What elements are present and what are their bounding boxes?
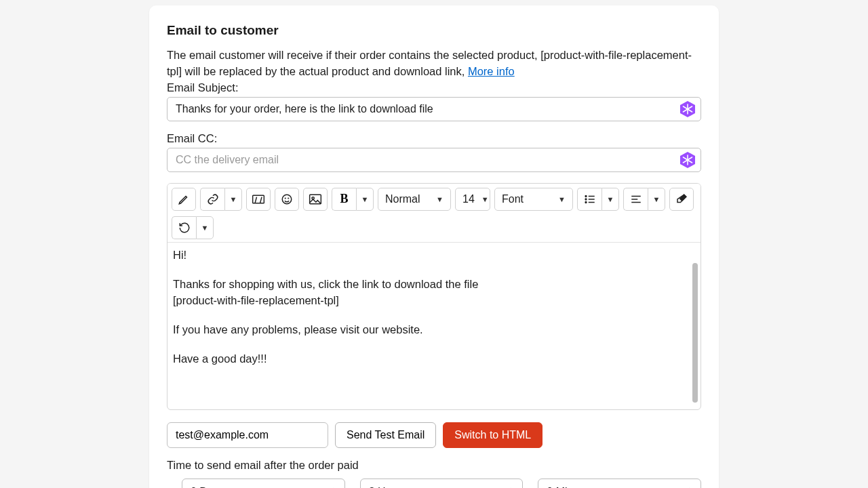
align-dropdown[interactable]: ▼ — [648, 188, 665, 211]
send-test-email-button[interactable]: Send Test Email — [335, 422, 436, 448]
bold-dropdown[interactable]: ▼ — [356, 188, 374, 211]
delay-minutes-select[interactable]: 0 Minutes ▲▼ — [538, 479, 701, 488]
svg-line-9 — [255, 197, 257, 203]
template-variable-icon[interactable] — [246, 188, 271, 211]
card-description: The email customer will receive if their… — [167, 47, 701, 80]
list-dropdown[interactable]: ▼ — [601, 188, 619, 211]
image-icon[interactable] — [303, 188, 328, 211]
svg-line-10 — [260, 197, 262, 203]
chevron-down-icon: ▼ — [436, 195, 443, 203]
body-line: Thanks for shopping with us, click the l… — [173, 276, 692, 293]
font-size-value: 14 — [462, 193, 475, 205]
body-line: Have a good day!!! — [173, 350, 692, 367]
delay-selects-row: 0 Days ▲▼ 3 Hours ▲▼ 0 Minutes ▲▼ — [167, 479, 701, 488]
delay-days-select[interactable]: 0 Days ▲▼ — [182, 479, 345, 488]
svg-rect-8 — [253, 195, 264, 203]
delay-label: Time to send email after the order paid — [167, 459, 701, 472]
svg-point-21 — [585, 201, 587, 203]
ai-assist-icon[interactable] — [679, 151, 696, 169]
paragraph-format-value: Normal — [385, 193, 420, 205]
bold-button-group: B ▼ — [332, 188, 374, 211]
body-line: Hi! — [173, 247, 692, 264]
more-info-link[interactable]: More info — [468, 65, 515, 77]
emoji-icon[interactable] — [275, 188, 299, 211]
cc-label: Email CC: — [167, 132, 701, 145]
align-icon[interactable] — [623, 188, 648, 211]
list-button-group: ▼ — [577, 188, 619, 211]
list-icon[interactable] — [577, 188, 601, 211]
delay-hours-select[interactable]: 3 Hours ▲▼ — [360, 479, 524, 488]
svg-point-20 — [585, 199, 587, 200]
test-email-input[interactable] — [167, 422, 328, 448]
chevron-down-icon: ▼ — [481, 195, 489, 203]
card-title: Email to customer — [167, 23, 701, 38]
font-size-select[interactable]: 14 ▼ — [455, 188, 490, 211]
email-body-editor: ▼ B ▼ Normal ▼ 14 — [167, 183, 701, 410]
body-line: If you have any problems, please visit o… — [173, 321, 692, 338]
link-button-group: ▼ — [200, 188, 242, 211]
undo-icon[interactable] — [172, 216, 196, 239]
scrollbar[interactable] — [692, 263, 698, 403]
cc-input-wrap — [167, 148, 701, 172]
email-body-textarea[interactable]: Hi! Thanks for shopping with us, click t… — [167, 243, 701, 409]
actions-row: Send Test Email Switch to HTML — [167, 422, 701, 448]
svg-point-13 — [288, 198, 289, 199]
align-button-group: ▼ — [623, 188, 665, 211]
cc-input[interactable] — [167, 148, 701, 172]
link-dropdown[interactable]: ▼ — [224, 188, 242, 211]
subject-label: Email Subject: — [167, 81, 701, 94]
editor-toolbar: ▼ B ▼ Normal ▼ 14 — [167, 184, 701, 243]
undo-dropdown[interactable]: ▼ — [196, 216, 214, 239]
font-family-select[interactable]: Font ▼ — [494, 188, 573, 211]
eraser-icon[interactable] — [669, 188, 694, 211]
bold-icon[interactable]: B — [332, 188, 356, 211]
subject-input-wrap — [167, 97, 701, 121]
ai-assist-icon[interactable] — [679, 100, 696, 118]
description-text: The email customer will receive if their… — [167, 49, 692, 77]
switch-to-html-button[interactable]: Switch to HTML — [443, 422, 542, 448]
paragraph-format-select[interactable]: Normal ▼ — [378, 188, 451, 211]
subject-input[interactable] — [167, 97, 701, 121]
email-settings-card: Email to customer The email customer wil… — [149, 5, 719, 488]
svg-point-19 — [585, 195, 587, 197]
undo-button-group: ▼ — [172, 216, 214, 239]
body-line: [product-with-file-replacement-tpl] — [173, 292, 692, 309]
link-icon[interactable] — [200, 188, 224, 211]
svg-point-11 — [282, 195, 292, 204]
svg-point-12 — [285, 198, 285, 199]
font-family-value: Font — [502, 193, 524, 205]
pen-icon[interactable] — [172, 188, 196, 211]
chevron-down-icon: ▼ — [558, 195, 566, 203]
